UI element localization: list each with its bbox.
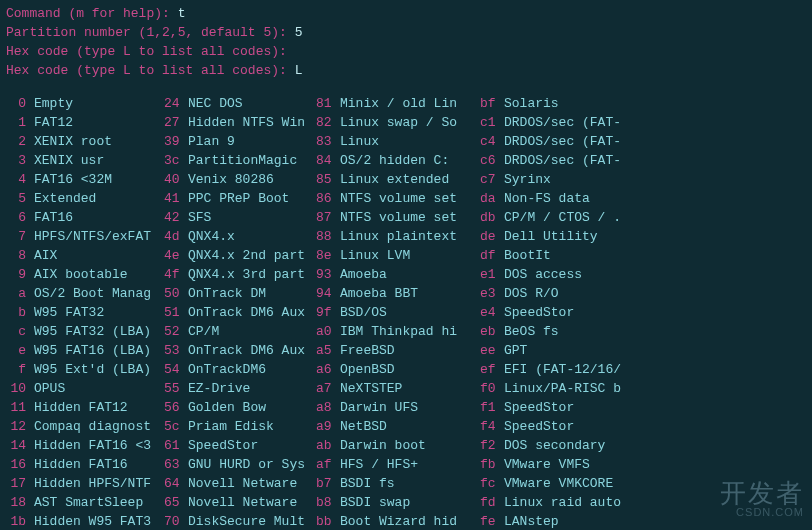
type-name: Amoeba xyxy=(340,265,480,284)
table-row: 9AIX bootable4fQNX4.x 3rd part93Amoebae1… xyxy=(6,265,806,284)
type-code: 53 xyxy=(164,341,188,360)
type-name: Hidden FAT12 xyxy=(34,398,164,417)
table-row: 12Compaq diagnost5cPriam Ediska9NetBSDf4… xyxy=(6,417,806,436)
type-name: AIX bootable xyxy=(34,265,164,284)
type-code: f0 xyxy=(480,379,504,398)
type-name: OnTrackDM6 xyxy=(188,360,316,379)
type-name: OnTrack DM xyxy=(188,284,316,303)
type-code: de xyxy=(480,227,504,246)
hex-input-value-2: L xyxy=(295,63,303,78)
table-row: 11Hidden FAT1256Golden Bowa8Darwin UFSf1… xyxy=(6,398,806,417)
type-code: 4 xyxy=(6,170,34,189)
type-code: 0 xyxy=(6,94,34,113)
type-name: Linux extended xyxy=(340,170,480,189)
type-name: Linux/PA-RISC b xyxy=(504,379,664,398)
partition-type-table: 0Empty24NEC DOS81Minix / old LinbfSolari… xyxy=(6,94,806,530)
type-code: 50 xyxy=(164,284,188,303)
table-row: cW95 FAT32 (LBA)52CP/Ma0IBM Thinkpad hie… xyxy=(6,322,806,341)
type-code: a5 xyxy=(316,341,340,360)
type-code: c1 xyxy=(480,113,504,132)
type-name: QNX4.x 2nd part xyxy=(188,246,316,265)
type-code: 11 xyxy=(6,398,34,417)
hex-prompt-line-1[interactable]: Hex code (type L to list all codes): xyxy=(6,42,806,61)
type-name: BeOS fs xyxy=(504,322,664,341)
type-code: 61 xyxy=(164,436,188,455)
type-code: 93 xyxy=(316,265,340,284)
type-name: Plan 9 xyxy=(188,132,316,151)
type-code: 8e xyxy=(316,246,340,265)
type-name: Hidden FAT16 xyxy=(34,455,164,474)
type-code: 52 xyxy=(164,322,188,341)
type-code: c7 xyxy=(480,170,504,189)
table-row: 16Hidden FAT1663GNU HURD or SysafHFS / H… xyxy=(6,455,806,474)
type-code: 5 xyxy=(6,189,34,208)
type-code: a8 xyxy=(316,398,340,417)
type-name: SpeedStor xyxy=(504,303,664,322)
table-row: aOS/2 Boot Manag50OnTrack DM94Amoeba BBT… xyxy=(6,284,806,303)
type-code: 84 xyxy=(316,151,340,170)
type-name: Linux xyxy=(340,132,480,151)
type-code: a9 xyxy=(316,417,340,436)
hex-prompt-line-2[interactable]: Hex code (type L to list all codes): L xyxy=(6,61,806,80)
type-code: 17 xyxy=(6,474,34,493)
type-name: QNX4.x 3rd part xyxy=(188,265,316,284)
type-code: fc xyxy=(480,474,504,493)
type-code: 82 xyxy=(316,113,340,132)
type-code: 16 xyxy=(6,455,34,474)
type-name: OS/2 Boot Manag xyxy=(34,284,164,303)
type-code: 65 xyxy=(164,493,188,512)
type-code: 64 xyxy=(164,474,188,493)
type-name: OPUS xyxy=(34,379,164,398)
type-code: c6 xyxy=(480,151,504,170)
table-row: 0Empty24NEC DOS81Minix / old LinbfSolari… xyxy=(6,94,806,113)
table-row: 4FAT16 <32M40Venix 8028685Linux extended… xyxy=(6,170,806,189)
type-code: b7 xyxy=(316,474,340,493)
type-code: 4e xyxy=(164,246,188,265)
table-row: 10OPUS55EZ-Drivea7NeXTSTEPf0Linux/PA-RIS… xyxy=(6,379,806,398)
type-code: 12 xyxy=(6,417,34,436)
cmd-prompt-line[interactable]: Command (m for help): t xyxy=(6,4,806,23)
type-name: Venix 80286 xyxy=(188,170,316,189)
type-name: SFS xyxy=(188,208,316,227)
type-code: 9 xyxy=(6,265,34,284)
partition-prompt-line[interactable]: Partition number (1,2,5, default 5): 5 xyxy=(6,23,806,42)
type-name: Darwin UFS xyxy=(340,398,480,417)
type-name: W95 FAT16 (LBA) xyxy=(34,341,164,360)
type-code: af xyxy=(316,455,340,474)
type-code: 85 xyxy=(316,170,340,189)
type-name: SpeedStor xyxy=(504,417,664,436)
type-name: SpeedStor xyxy=(504,398,664,417)
type-name: CP/M / CTOS / . xyxy=(504,208,664,227)
table-row: fW95 Ext'd (LBA)54OnTrackDM6a6OpenBSDefE… xyxy=(6,360,806,379)
type-code: 5c xyxy=(164,417,188,436)
type-name: NTFS volume set xyxy=(340,189,480,208)
type-code: 7 xyxy=(6,227,34,246)
type-name: BSD/OS xyxy=(340,303,480,322)
type-name: Amoeba BBT xyxy=(340,284,480,303)
type-code: 1b xyxy=(6,512,34,530)
type-name: GNU HURD or Sys xyxy=(188,455,316,474)
type-code: c4 xyxy=(480,132,504,151)
type-name: Hidden NTFS Win xyxy=(188,113,316,132)
hex-prompt-label-1: Hex code (type L to list all codes): xyxy=(6,44,295,59)
type-code: ee xyxy=(480,341,504,360)
type-code: 10 xyxy=(6,379,34,398)
type-name: XENIX usr xyxy=(34,151,164,170)
type-name: W95 FAT32 (LBA) xyxy=(34,322,164,341)
type-name: DRDOS/sec (FAT- xyxy=(504,113,664,132)
type-name: NTFS volume set xyxy=(340,208,480,227)
type-name: Compaq diagnost xyxy=(34,417,164,436)
type-code: f1 xyxy=(480,398,504,417)
type-name: Hidden FAT16 <3 xyxy=(34,436,164,455)
type-code: 3 xyxy=(6,151,34,170)
type-code: 1 xyxy=(6,113,34,132)
type-code: e3 xyxy=(480,284,504,303)
type-name: Minix / old Lin xyxy=(340,94,480,113)
type-name: Dell Utility xyxy=(504,227,664,246)
type-name: VMware VMFS xyxy=(504,455,664,474)
type-name: FAT16 xyxy=(34,208,164,227)
type-name: BSDI swap xyxy=(340,493,480,512)
type-name: Linux plaintext xyxy=(340,227,480,246)
type-code: a xyxy=(6,284,34,303)
table-row: eW95 FAT16 (LBA)53OnTrack DM6 Auxa5FreeB… xyxy=(6,341,806,360)
